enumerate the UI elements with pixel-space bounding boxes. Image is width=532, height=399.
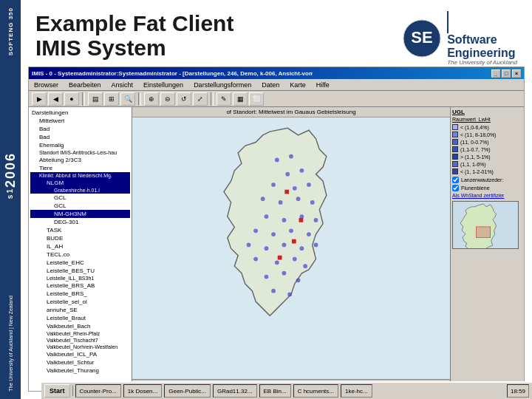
legend-color-3 — [452, 139, 458, 145]
minimize-button[interactable]: _ — [491, 69, 500, 78]
taskbar-item-2[interactable]: 1k Dosen... — [123, 384, 162, 398]
menu-daten[interactable]: Daten — [259, 81, 282, 89]
tree-item[interactable]: Valkbeutel_ICL_PA — [30, 350, 130, 358]
svg-text:SE: SE — [411, 28, 432, 47]
taskbar-item-1[interactable]: Counter-Pro... — [75, 384, 121, 398]
tree-item[interactable]: Leistelle_Braut — [30, 314, 130, 322]
tree-item[interactable]: Tiere — [30, 164, 130, 172]
tree-item[interactable]: Valkbeutel_Rhein-Pfalz — [30, 330, 130, 337]
tree-item[interactable]: annuhe_SE — [30, 306, 130, 314]
tree-item[interactable]: Valkbeutel_Schtur — [30, 358, 130, 366]
tree-item[interactable]: Valkbeutel_Tischacht7 — [30, 337, 130, 344]
tree-item[interactable]: DEG-301 — [30, 218, 130, 226]
legend-label-4: (1,1-0.7, 7%) — [460, 147, 490, 152]
tree-item-nm[interactable]: NM-GH3NM — [30, 210, 130, 218]
map-area: of Standort: Mittelwest im Gauaus Gebiet… — [132, 107, 450, 391]
svg-point-32 — [282, 271, 287, 276]
svg-point-4 — [289, 154, 293, 159]
toolbar-btn-9[interactable]: ↺ — [177, 92, 191, 106]
svg-point-19 — [271, 232, 276, 236]
app-window: IMIS - 0 - Systemadministrator:Systemadm… — [28, 66, 525, 392]
tree-item[interactable]: Leistelle_sel_ol — [30, 298, 130, 306]
checkbox-lanzenwautzeder[interactable] — [452, 177, 459, 183]
menu-hilfe[interactable]: Hilfe — [314, 81, 332, 89]
toolbar-btn-4[interactable]: ▤ — [88, 92, 103, 106]
taskbar-item-7[interactable]: 1ke-hc... — [341, 384, 372, 398]
maximize-button[interactable]: □ — [502, 69, 511, 78]
toolbar-btn-8[interactable]: ⊖ — [160, 92, 175, 106]
tree-item[interactable]: Leistelle_EHC — [30, 259, 130, 267]
toolbar-btn-3[interactable]: ● — [64, 92, 79, 106]
tree-item[interactable]: Valkbeutel_Bach — [30, 322, 130, 330]
tree-item[interactable]: BUDE — [30, 234, 130, 242]
menu-karte[interactable]: Karte — [287, 81, 308, 89]
map-canvas[interactable] — [132, 117, 450, 386]
checkbox-1[interactable]: Lanzenwautzeder: — [452, 177, 522, 183]
tree-item-nlgm[interactable]: NLGM — [30, 179, 130, 187]
menu-browser[interactable]: Browser — [32, 81, 61, 89]
legend-link[interactable]: Als WhStand zertifizier — [452, 193, 522, 198]
tree-item[interactable]: Leistelle_BRS_AB — [30, 282, 130, 290]
taskbar-item-5[interactable]: EB Bin... — [259, 384, 291, 398]
tree-item[interactable]: Valkbeutel_Thurang — [30, 366, 130, 375]
toolbar: ▶ ◀ ● ▤ ⊞ 🔍 ⊕ ⊖ ↺ ⤢ ✎ ▦ ⬜ — [29, 91, 524, 107]
window-body: Darstellungen Mittelwert Bad Bad Ehemali… — [29, 107, 524, 391]
start-label: Start — [50, 387, 65, 395]
toolbar-btn-10[interactable]: ⤢ — [193, 92, 208, 106]
tree-item[interactable]: TASK — [30, 226, 130, 234]
toolbar-btn-7[interactable]: ⊕ — [144, 92, 159, 106]
svg-point-25 — [299, 246, 304, 250]
tree-item[interactable]: Leistelle_ILL_BS3h1 — [30, 275, 130, 282]
start-button[interactable]: Start — [44, 384, 70, 398]
close-button[interactable]: × — [512, 69, 521, 78]
tree-item[interactable]: Mittelwert — [30, 117, 130, 125]
legend-item-4: (1,1-0.7, 7%) — [452, 146, 522, 153]
menu-ansicht[interactable]: Ansicht — [109, 81, 136, 89]
legend-color-2 — [452, 132, 458, 137]
tree-item[interactable]: IL_AH — [30, 242, 130, 250]
taskbar-item-3[interactable]: Geen-Public... — [164, 384, 211, 398]
toolbar-btn-2[interactable]: ◀ — [48, 92, 63, 106]
taskbar-item-4[interactable]: GRad11.32... — [213, 384, 257, 398]
year-label: s12006 — [3, 152, 18, 199]
tree-item[interactable]: Abteilung 2/3C3 — [30, 156, 130, 164]
tree-item[interactable]: Standort IMIS-Antitrocks-Leis-hau — [30, 149, 130, 156]
toolbar-btn-1[interactable]: ▶ — [32, 92, 47, 106]
legend-color-5 — [452, 154, 458, 160]
menu-einstellungen[interactable]: Einstellungen — [141, 81, 185, 89]
menu-bearbeiten[interactable]: Bearbeiten — [66, 81, 103, 89]
tree-item-grab[interactable]: Grabenhirche-h.01.l — [30, 187, 130, 194]
map-title: of Standort: Mittelwest im Gauaus Gebiet… — [132, 107, 450, 117]
tree-item[interactable]: GCL — [30, 194, 130, 202]
tree-item[interactable]: Bad — [30, 125, 130, 133]
checkbox-2-label: Flunenbiene — [461, 185, 490, 191]
svg-rect-39 — [292, 239, 296, 244]
tree-panel: Darstellungen Mittelwert Bad Bad Ehemali… — [29, 107, 132, 391]
tree-item[interactable]: GCL — [30, 202, 130, 210]
toolbar-btn-12[interactable]: ▦ — [233, 92, 248, 106]
svg-marker-2 — [224, 128, 327, 316]
tree-item[interactable]: Bad — [30, 133, 130, 141]
tree-item[interactable]: TECL.co — [30, 250, 130, 259]
tree-item[interactable]: Valkbeutel_Norhrein-Westfalen — [30, 344, 130, 350]
brand-text: Software Engineering The University of A… — [447, 11, 517, 66]
tree-item[interactable]: Leistelle_BRS_ — [30, 290, 130, 298]
university-label: The University of Auckland | New Zealand — [8, 296, 13, 392]
legend-item-1: < (1,0-6,4%) — [452, 123, 522, 131]
toolbar-btn-11[interactable]: ✎ — [216, 92, 231, 106]
window-controls[interactable]: _ □ × — [491, 69, 521, 78]
checkbox-flunenbiene[interactable] — [452, 185, 459, 191]
tree-item-selected[interactable]: Klinikt: Abbrut st Niederschl.Mg. — [30, 172, 130, 179]
checkbox-2[interactable]: Flunenbiene — [452, 185, 522, 191]
toolbar-btn-13[interactable]: ⬜ — [249, 92, 264, 106]
menu-darstellungsformen[interactable]: Darstellungsformen — [191, 81, 253, 89]
svg-point-11 — [279, 200, 283, 205]
tree-item[interactable]: Leistelle_BES_TU — [30, 267, 130, 275]
tree-item-root[interactable]: Darstellungen — [30, 109, 130, 117]
toolbar-btn-6[interactable]: 🔍 — [120, 92, 135, 106]
svg-rect-37 — [299, 218, 304, 222]
tree-item[interactable]: Ehemalig — [30, 141, 130, 149]
toolbar-btn-5[interactable]: ⊞ — [104, 92, 119, 106]
svg-point-35 — [287, 293, 292, 297]
taskbar-item-6[interactable]: C hcuments... — [293, 384, 338, 398]
